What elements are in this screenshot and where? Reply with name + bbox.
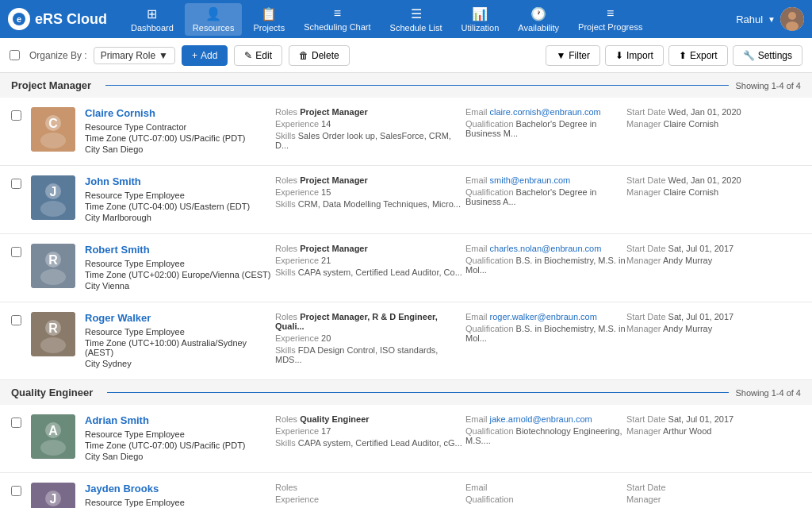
city-row: City San Diego (85, 144, 275, 154)
resource-checkbox[interactable] (11, 486, 21, 496)
svg-text:R: R (48, 253, 58, 267)
email-row: Email charles.nolan@enbraun.com (465, 244, 626, 253)
manager-row: Manager (626, 495, 801, 504)
settings-button[interactable]: 🔧 Settings (733, 45, 802, 66)
nav-projects[interactable]: 📋 Projects (245, 3, 293, 36)
nav-resources[interactable]: 👤 Resources (185, 3, 243, 36)
manager-row: Manager Andy Murray (626, 256, 801, 265)
logo-icon: e (8, 8, 30, 30)
card-body: Jayden Brooks Resource Type Employee Tim… (85, 483, 801, 508)
app-logo[interactable]: e eRS Cloud (8, 8, 107, 30)
header-user[interactable]: Rahul ▼ (736, 7, 804, 31)
experience-row: Experience 17 (275, 426, 465, 436)
main-content: Project Manager Showing 1-4 of 4 C Clair… (0, 73, 812, 508)
resource-avatar: J (31, 483, 75, 508)
card-middle: Roles Project Manager Experience 14 Skil… (275, 107, 465, 156)
edit-icon: ✎ (244, 50, 252, 61)
section-line-1 (107, 392, 729, 393)
email-row: Email claire.cornish@enbraun.com (465, 107, 626, 117)
card-info: Robert Smith Resource Type Employee Time… (85, 244, 275, 292)
email-link[interactable]: claire.cornish@enbraun.com (490, 107, 601, 117)
nav-schedule-list[interactable]: ☰ Schedule List (382, 3, 450, 36)
edit-label: Edit (255, 50, 272, 61)
filter-icon: ▼ (556, 50, 565, 61)
resource-name[interactable]: Jayden Brooks (85, 483, 275, 495)
edit-button[interactable]: ✎ Edit (234, 45, 282, 66)
nav-schedule-list-label: Schedule List (390, 23, 442, 33)
card-field-end: Start Date Manager (626, 483, 801, 508)
skills-row: Skills CAPA system, Certified Lead Audit… (275, 267, 465, 277)
delete-icon: 🗑 (299, 50, 308, 61)
delete-label: Delete (312, 50, 339, 61)
nav-dashboard[interactable]: ⊞ Dashboard (123, 3, 182, 36)
svg-text:C: C (48, 117, 58, 130)
card-info: Roger Walker Resource Type Employee Time… (85, 312, 275, 370)
svg-point-7 (40, 133, 66, 148)
resource-type-row: Resource Type Contractor (85, 122, 275, 132)
resource-name[interactable]: John Smith (85, 175, 275, 187)
email-row: Email jake.arnold@enbraun.com (465, 414, 626, 424)
nav-availability[interactable]: 🕐 Availability (510, 3, 567, 36)
city-row: City Marlborough (85, 213, 275, 222)
delete-button[interactable]: 🗑 Delete (289, 45, 350, 66)
email-link[interactable]: roger.walker@enbraun.com (490, 312, 597, 321)
time-zone-row: Time Zone (UTC+10:00) Australia/Sydney (… (85, 338, 275, 357)
email-link[interactable]: jake.arnold@enbraun.com (490, 414, 592, 424)
email-link[interactable]: smith@enbraun.com (490, 175, 571, 185)
settings-label: Settings (758, 50, 792, 61)
card-body: Roger Walker Resource Type Employee Time… (85, 312, 801, 370)
resource-card: R Robert Smith Resource Type Employee Ti… (0, 234, 812, 302)
qualification-row: Qualification B.S. in Biochemistry, M.S.… (465, 256, 626, 275)
roles-row: Roles Quality Engineer (275, 414, 465, 424)
nav-scheduling-chart[interactable]: ≡ Scheduling Chart (296, 3, 378, 35)
time-zone-row: Time Zone (UTC-04:00) US/Eastern (EDT) (85, 202, 275, 211)
svg-point-23 (40, 440, 66, 456)
user-avatar (780, 7, 804, 31)
select-all-checkbox[interactable] (10, 50, 20, 60)
section-header-0: Project Manager Showing 1-4 of 4 (0, 73, 812, 98)
card-middle: Roles Project Manager Experience 21 Skil… (275, 244, 465, 292)
nav-projects-label: Projects (253, 23, 285, 33)
card-right: Email jake.arnold@enbraun.com Qualificat… (465, 414, 626, 463)
card-body: Robert Smith Resource Type Employee Time… (85, 244, 801, 292)
resource-type-row: Resource Type Employee (85, 429, 275, 439)
qualification-row: Qualification Biotechnology Engineering,… (465, 426, 626, 445)
import-icon: ⬇ (615, 50, 623, 61)
resource-name[interactable]: Adrian Smith (85, 414, 275, 426)
import-label: Import (626, 50, 653, 61)
skills-row: Skills Sales Order look up, SalesForce, … (275, 131, 465, 150)
resource-checkbox[interactable] (11, 418, 21, 428)
filter-button[interactable]: ▼ Filter (546, 45, 600, 66)
manager-row: Manager Claire Cornish (626, 119, 801, 129)
qualification-row: Qualification (465, 495, 626, 504)
resource-checkbox[interactable] (11, 179, 21, 189)
resource-checkbox[interactable] (11, 315, 21, 325)
nav-utilization[interactable]: 📊 Utilization (454, 3, 508, 36)
manager-row: Manager Arthur Wood (626, 426, 801, 436)
card-middle: Roles Project Manager Experience 15 Skil… (275, 175, 465, 224)
skills-row: Skills FDA Design Control, ISO standards… (275, 345, 465, 364)
organize-chevron-icon: ▼ (159, 50, 168, 61)
import-button[interactable]: ⬇ Import (605, 45, 664, 66)
resource-card: R Roger Walker Resource Type Employee Ti… (0, 302, 812, 380)
resource-name[interactable]: Robert Smith (85, 244, 275, 256)
resource-checkbox[interactable] (11, 110, 21, 121)
svg-point-15 (40, 269, 66, 285)
organize-label: Organize By : (29, 50, 87, 61)
add-button[interactable]: + Add (182, 45, 228, 66)
nav-project-progress[interactable]: ≡ Project Progress (570, 3, 650, 35)
logo-text: eRS Cloud (35, 11, 107, 28)
resource-checkbox[interactable] (11, 247, 21, 257)
email-row: Email (465, 483, 626, 492)
email-link[interactable]: charles.nolan@enbraun.com (490, 244, 602, 253)
email-row: Email smith@enbraun.com (465, 175, 626, 185)
nav-utilization-label: Utilization (462, 23, 500, 33)
resource-name[interactable]: Roger Walker (85, 312, 275, 324)
qualification-row: Qualification Bachelor's Degree in Busin… (465, 187, 626, 206)
resource-name[interactable]: Claire Cornish (85, 107, 275, 119)
export-button[interactable]: ⬆ Export (668, 45, 728, 66)
organize-dropdown[interactable]: Primary Role ▼ (94, 47, 175, 64)
dashboard-icon: ⊞ (147, 6, 157, 21)
nav-project-progress-label: Project Progress (578, 22, 642, 32)
scheduling-chart-icon: ≡ (334, 6, 341, 21)
